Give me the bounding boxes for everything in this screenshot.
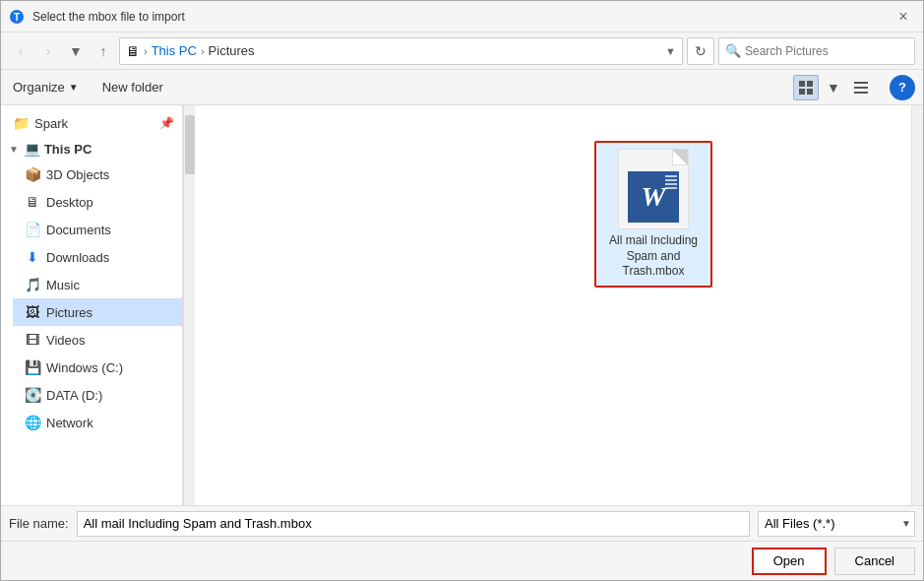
word-line-3	[665, 183, 677, 185]
new-folder-button[interactable]: New folder	[98, 78, 167, 97]
action-buttons: Open Cancel	[1, 541, 923, 580]
sidebar-item-pictures[interactable]: 🖼 Pictures	[13, 298, 182, 326]
up-button[interactable]: ↑	[92, 39, 115, 63]
breadcrumb-separator-2: ›	[201, 45, 205, 57]
dropdown-nav-button[interactable]: ▼	[64, 39, 88, 63]
view-dropdown-button[interactable]: ▼	[821, 75, 846, 100]
address-bar[interactable]: 🖥 › This PC › Pictures ▼	[119, 37, 683, 65]
this-pc-icon: 💻	[25, 141, 40, 157]
file-name-input[interactable]	[77, 511, 750, 537]
sidebar-this-pc[interactable]: ▼ 💻 This PC	[1, 137, 182, 161]
videos-icon: 🎞	[25, 332, 40, 348]
this-pc-label: This PC	[44, 142, 92, 157]
pin-icon: 📌	[159, 116, 174, 130]
word-badge: W	[628, 171, 679, 223]
downloads-label: Downloads	[46, 250, 174, 265]
breadcrumb-separator-1: ›	[144, 45, 148, 57]
svg-rect-4	[799, 89, 805, 95]
pictures-label: Pictures	[46, 305, 174, 320]
cancel-button[interactable]: Cancel	[834, 548, 915, 575]
sidebar-item-downloads[interactable]: ⬇ Downloads	[13, 243, 182, 271]
bottom-bar: File name: All Files (*.*) ▼	[1, 505, 923, 541]
network-label: Network	[46, 416, 174, 430]
desktop-icon: 🖥	[25, 194, 40, 210]
file-doc-background: W	[618, 149, 689, 229]
breadcrumb-this-pc[interactable]: This PC	[152, 43, 197, 58]
search-input[interactable]	[745, 44, 908, 58]
sidebar-children: 📦 3D Objects 🖥 Desktop 📄 Documents ⬇ Dow…	[1, 161, 182, 436]
svg-rect-3	[807, 81, 813, 87]
forward-button[interactable]: ›	[36, 39, 60, 63]
view-buttons: ▼	[793, 75, 874, 100]
folder-icon: 🖥	[126, 43, 140, 59]
svg-rect-5	[807, 89, 813, 95]
sidebar-item-desktop[interactable]: 🖥 Desktop	[13, 188, 182, 216]
search-box[interactable]: 🔍	[718, 37, 915, 65]
music-label: Music	[46, 278, 174, 292]
network-icon: 🌐	[25, 415, 40, 430]
this-pc-expand-icon: ▼	[9, 144, 19, 155]
documents-label: Documents	[46, 223, 174, 237]
main-content: 📁 Spark 📌 ▼ 💻 This PC 📦 3D Objects 🖥 Des…	[1, 105, 923, 505]
file-type-select[interactable]: All Files (*.*)	[758, 511, 915, 537]
address-dropdown-arrow[interactable]: ▼	[665, 45, 676, 57]
sidebar-item-network[interactable]: 🌐 Network	[13, 409, 182, 436]
sidebar-item-videos[interactable]: 🎞 Videos	[13, 326, 182, 354]
dialog-title: Select the mbox file to import	[32, 10, 892, 24]
sidebar-item-3d-objects[interactable]: 📦 3D Objects	[13, 161, 182, 188]
sidebar-scrollbar[interactable]	[183, 105, 195, 505]
sidebar-item-windows-c[interactable]: 💾 Windows (C:)	[13, 354, 182, 381]
file-dialog: T Select the mbox file to import × ‹ › ▼…	[0, 0, 924, 581]
refresh-button[interactable]: ↻	[687, 37, 714, 65]
toolbar: Organize ▼ New folder ▼ ?	[1, 70, 923, 105]
organize-arrow-icon: ▼	[69, 82, 79, 93]
file-item-mbox[interactable]: W All mail Including Spam and Trash.mbox	[594, 141, 712, 288]
sidebar-scrollbar-thumb	[185, 115, 195, 174]
file-area[interactable]: W All mail Including Spam and Trash.mbox	[195, 105, 911, 505]
data-d-icon: 💽	[25, 387, 40, 403]
sidebar-item-data-d[interactable]: 💽 DATA (D:)	[13, 381, 182, 409]
file-name-label-text: File name:	[9, 516, 69, 531]
view-tiles-button[interactable]	[793, 75, 819, 100]
nav-bar: ‹ › ▼ ↑ 🖥 › This PC › Pictures ▼ ↻ 🔍	[1, 32, 923, 70]
dialog-icon: T	[9, 9, 25, 25]
open-button[interactable]: Open	[752, 548, 827, 575]
windows-c-icon: 💾	[25, 359, 40, 375]
file-area-scrollbar[interactable]	[911, 105, 923, 505]
music-icon: 🎵	[25, 277, 40, 292]
file-type-wrapper: All Files (*.*) ▼	[758, 511, 915, 537]
sidebar-item-documents[interactable]: 📄 Documents	[13, 216, 182, 243]
downloads-icon: ⬇	[25, 249, 40, 265]
spark-folder-icon: 📁	[13, 115, 29, 131]
title-bar: T Select the mbox file to import ×	[1, 1, 923, 32]
help-button[interactable]: ?	[890, 75, 915, 100]
word-line-2	[665, 179, 677, 181]
file-name-label: All mail Including Spam and Trash.mbox	[602, 233, 705, 280]
3d-objects-label: 3D Objects	[46, 167, 174, 182]
documents-icon: 📄	[25, 222, 40, 237]
word-lines	[665, 175, 677, 189]
search-icon: 🔍	[725, 43, 741, 58]
svg-rect-6	[854, 82, 868, 84]
svg-rect-2	[799, 81, 805, 87]
file-icon: W	[618, 149, 689, 229]
word-line-1	[665, 175, 677, 177]
back-button[interactable]: ‹	[9, 39, 32, 63]
svg-rect-7	[854, 87, 868, 89]
data-d-label: DATA (D:)	[46, 388, 174, 403]
organize-button[interactable]: Organize ▼	[9, 78, 83, 97]
close-button[interactable]: ×	[892, 5, 915, 29]
file-grid: W All mail Including Spam and Trash.mbox	[203, 113, 903, 295]
videos-label: Videos	[46, 333, 174, 348]
sidebar-item-spark[interactable]: 📁 Spark 📌	[1, 109, 182, 137]
sidebar-item-music[interactable]: 🎵 Music	[13, 271, 182, 298]
word-w-icon: W	[642, 181, 666, 213]
3d-objects-icon: 📦	[25, 166, 40, 182]
sidebar-spark-label: Spark	[34, 116, 154, 131]
pictures-icon: 🖼	[25, 304, 40, 320]
file-doc-corner	[672, 150, 688, 165]
svg-text:T: T	[14, 12, 20, 23]
view-list-button[interactable]	[848, 75, 874, 100]
word-line-4	[665, 187, 677, 189]
breadcrumb-current: Pictures	[209, 43, 255, 58]
